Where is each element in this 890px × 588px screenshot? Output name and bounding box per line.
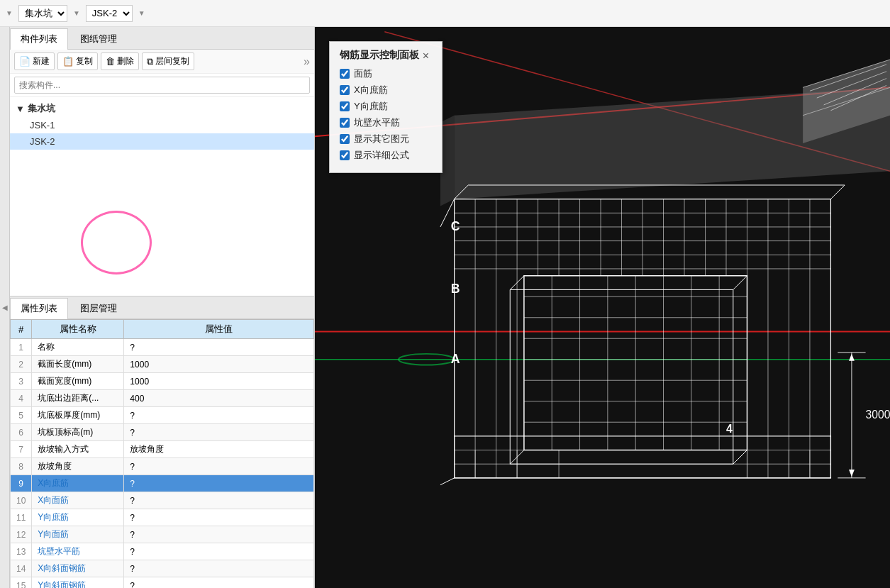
tree-item-jsk1-label: JSK-1	[30, 120, 55, 131]
prop-link[interactable]: Y向面筋	[38, 529, 69, 539]
property-table: # 属性名称 属性值 1名称?2截面长度(mm)10003截面宽度(mm)100…	[10, 319, 314, 588]
row-num: 7	[11, 441, 32, 458]
rebar-panel-close[interactable]: ×	[423, 50, 429, 62]
row-value: ?	[124, 526, 314, 543]
collapse-icon: ◀	[2, 304, 8, 311]
left-collapse-handle[interactable]: ◀	[0, 27, 10, 588]
table-row[interactable]: 12Y向面筋?	[11, 526, 314, 543]
rebar-checkbox-xxgs[interactable]	[340, 150, 350, 160]
row-name[interactable]: Y向面筋	[32, 526, 124, 543]
col-name-header: 属性名称	[32, 320, 124, 339]
table-row[interactable]: 4坑底出边距离(...400	[11, 390, 314, 407]
row-num: 4	[11, 390, 32, 407]
row-value: ?	[124, 407, 314, 424]
table-row[interactable]: 9X向庶筋?	[11, 475, 314, 492]
row-name[interactable]: 坑壁水平筋	[32, 543, 124, 560]
prop-link[interactable]: X向斜面钢筋	[38, 563, 86, 573]
component-tab-bar: 构件列表 图纸管理	[10, 27, 314, 50]
row-name: 名称	[32, 339, 124, 356]
row-value: ?	[124, 458, 314, 475]
table-row[interactable]: 5坑底板厚度(mm)?	[11, 407, 314, 424]
row-name: 坑板顶标高(m)	[32, 424, 124, 441]
dropdown-jisuikeng[interactable]: 集水坑	[18, 5, 67, 22]
row-value: 1000	[124, 356, 314, 373]
row-num: 15	[11, 577, 32, 589]
table-row[interactable]: 8放坡角度?	[11, 458, 314, 475]
rebar-checkbox-label-xj: X向庶筋	[354, 84, 388, 96]
prop-link[interactable]: X向面筋	[38, 495, 69, 505]
table-row[interactable]: 1名称?	[11, 339, 314, 356]
row-name[interactable]: Y向斜面钢筋	[32, 577, 124, 589]
tab-drawing-management[interactable]: 图纸管理	[69, 28, 128, 49]
row-name[interactable]: X向斜面钢筋	[32, 560, 124, 577]
table-row[interactable]: 2截面长度(mm)1000	[11, 356, 314, 373]
table-row[interactable]: 7放坡输入方式放坡角度	[11, 441, 314, 458]
table-row[interactable]: 6坑板顶标高(m)?	[11, 424, 314, 441]
dropdown1-arrow: ▼	[6, 9, 13, 17]
rebar-checkbox-label-xxgs: 显示详细公式	[354, 149, 409, 162]
floor-copy-label: 层间复制	[155, 55, 189, 67]
table-row[interactable]: 14X向斜面钢筋?	[11, 560, 314, 577]
floor-copy-button[interactable]: ⧉ 层间复制	[142, 52, 194, 70]
dropdown-jsk2[interactable]: JSK-2	[86, 5, 133, 22]
tree-group-arrow: ▼	[16, 104, 25, 114]
tree-group-label: 集水坑	[28, 102, 55, 115]
svg-text:C: C	[451, 219, 460, 233]
new-button[interactable]: 📄 新建	[14, 52, 55, 70]
row-name: 放坡输入方式	[32, 441, 124, 458]
tab-component-list[interactable]: 构件列表	[10, 28, 68, 50]
table-row[interactable]: 11Y向庶筋?	[11, 509, 314, 526]
prop-link[interactable]: Y向斜面钢筋	[38, 580, 86, 588]
rebar-checkbox-item-kbsp: 坑壁水平筋	[340, 116, 432, 129]
row-name[interactable]: X向庶筋	[32, 475, 124, 492]
row-num: 3	[11, 373, 32, 390]
copy-button[interactable]: 📋 复制	[57, 52, 98, 70]
tree-item-jsk2[interactable]: JSK-2	[10, 133, 314, 150]
table-row[interactable]: 10X向面筋?	[11, 492, 314, 509]
row-value: 1000	[124, 373, 314, 390]
row-value: ?	[124, 509, 314, 526]
rebar-checkbox-mj[interactable]	[340, 69, 350, 79]
row-name: 坑底板厚度(mm)	[32, 407, 124, 424]
new-label: 新建	[33, 55, 50, 67]
dropdown2-arrow: ▼	[73, 9, 80, 17]
svg-text:A: A	[451, 352, 460, 366]
svg-marker-75	[849, 354, 855, 361]
tab-property-list[interactable]: 属性列表	[10, 298, 68, 319]
prop-link[interactable]: X向庶筋	[38, 478, 69, 488]
row-name: 放坡角度	[32, 458, 124, 475]
row-num: 2	[11, 356, 32, 373]
delete-icon: 🗑	[106, 56, 115, 67]
row-name[interactable]: Y向庶筋	[32, 509, 124, 526]
rebar-checkbox-kbsp[interactable]	[340, 118, 350, 128]
row-name[interactable]: X向面筋	[32, 492, 124, 509]
table-row[interactable]: 3截面宽度(mm)1000	[11, 373, 314, 390]
rebar-checkbox-item-yj: Y向庶筋	[340, 100, 432, 113]
rebar-checkbox-item-xj: X向庶筋	[340, 84, 432, 96]
prop-link[interactable]: 坑壁水平筋	[38, 546, 80, 556]
table-row[interactable]: 13坑壁水平筋?	[11, 543, 314, 560]
rebar-checkbox-xj[interactable]	[340, 85, 350, 95]
rebar-checkbox-yj[interactable]	[340, 101, 350, 111]
top-bar: ▼ 集水坑 ▼ JSK-2 ▼	[0, 0, 890, 27]
row-value: ?	[124, 543, 314, 560]
svg-rect-18	[455, 436, 831, 478]
search-box	[10, 74, 314, 97]
rebar-checkbox-qtty[interactable]	[340, 134, 350, 144]
floor-copy-icon: ⧉	[147, 56, 153, 67]
svg-text:B: B	[451, 282, 460, 296]
row-num: 5	[11, 407, 32, 424]
delete-button[interactable]: 🗑 删除	[101, 52, 139, 70]
table-row[interactable]: 15Y向斜面钢筋?	[11, 577, 314, 589]
main-layout: ◀ 构件列表 图纸管理 📄 新建 📋 复制 🗑	[0, 27, 890, 588]
tree-item-jsk1[interactable]: JSK-1	[10, 117, 314, 133]
component-toolbar: 📄 新建 📋 复制 🗑 删除 ⧉ 层间复制 »	[10, 50, 314, 74]
search-input[interactable]	[14, 77, 310, 94]
toolbar-more[interactable]: »	[304, 55, 310, 68]
tab-layer-management[interactable]: 图层管理	[69, 298, 128, 318]
row-name: 截面宽度(mm)	[32, 373, 124, 390]
row-value: ?	[124, 492, 314, 509]
prop-link[interactable]: Y向庶筋	[38, 512, 69, 522]
row-value: 放坡角度	[124, 441, 314, 458]
rebar-checkbox-label-qtty: 显示其它图元	[354, 133, 409, 145]
